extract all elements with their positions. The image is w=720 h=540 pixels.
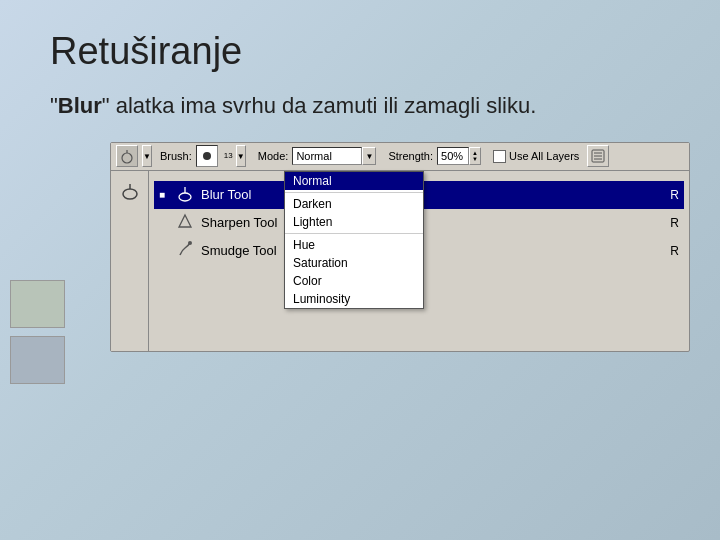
dropdown-divider-2 [285, 233, 423, 234]
panel-content: ■ Blur Tool R Sharpen Tool [149, 171, 689, 351]
mode-dropdown-menu: Normal Darken Lighten Hue Saturation Col… [284, 171, 424, 309]
mode-selector[interactable]: Normal ▼ [292, 147, 376, 165]
tool-dropdown-arrow[interactable]: ▼ [142, 145, 152, 167]
ps-panel: ▼ Brush: 13 ▼ Mode: Normal ▼ Strength: 5… [110, 142, 690, 352]
strength-selector[interactable]: 50% ▲ ▼ [437, 147, 481, 165]
tool-bullet-blur: ■ [159, 189, 169, 200]
dropdown-item-luminosity[interactable]: Luminosity [285, 290, 423, 308]
panel-body: ■ Blur Tool R Sharpen Tool [111, 171, 689, 351]
svg-point-2 [203, 152, 211, 160]
swatch-1 [10, 280, 65, 328]
brush-dropdown-arrow[interactable]: ▼ [236, 145, 246, 167]
brush-preview [196, 145, 218, 167]
swatch-2 [10, 336, 65, 384]
mode-field[interactable]: Normal [292, 147, 362, 165]
strength-field[interactable]: 50% [437, 147, 469, 165]
dropdown-item-color[interactable]: Color [285, 272, 423, 290]
page-title: Retuširanje [50, 30, 670, 73]
dropdown-item-normal[interactable]: Normal [285, 172, 423, 190]
dropdown-item-darken[interactable]: Darken [285, 195, 423, 213]
svg-point-9 [179, 193, 191, 201]
mode-label: Mode: [258, 150, 289, 162]
tool-sidebar [111, 171, 149, 351]
svg-point-7 [123, 189, 137, 199]
use-all-layers-checkbox[interactable] [493, 150, 506, 163]
strength-label: Strength: [388, 150, 433, 162]
smudge-tool-shortcut: R [670, 244, 679, 258]
description-text: "Blur" alatka ima svrhu da zamuti ili za… [50, 91, 670, 122]
main-container: Retuširanje "Blur" alatka ima svrhu da z… [0, 0, 720, 540]
blur-tool-shortcut: R [670, 188, 679, 202]
panel-options-btn[interactable] [587, 145, 609, 167]
blur-tool-name: Blur Tool [201, 187, 664, 202]
active-tool-icon [116, 145, 138, 167]
dropdown-divider-1 [285, 192, 423, 193]
smudge-tool-icon [175, 240, 195, 262]
use-all-layers-label: Use All Layers [509, 150, 579, 162]
svg-point-12 [188, 241, 192, 245]
color-swatches [10, 280, 65, 384]
brush-label: Brush: [160, 150, 192, 162]
svg-marker-11 [179, 215, 191, 227]
dropdown-item-hue[interactable]: Hue [285, 236, 423, 254]
desc-prefix: " [50, 93, 58, 118]
smudge-tool-name: Smudge Tool [201, 243, 664, 258]
mode-dropdown-arrow[interactable]: ▼ [362, 147, 376, 165]
sharpen-tool-shortcut: R [670, 216, 679, 230]
desc-bold: Blur [58, 93, 102, 118]
use-all-layers-area[interactable]: Use All Layers [493, 150, 579, 163]
svg-point-0 [122, 153, 132, 163]
strength-arrows[interactable]: ▲ ▼ [469, 147, 481, 165]
desc-suffix: " alatka ima svrhu da zamuti ili zamagli… [102, 93, 537, 118]
tool-btn-blur[interactable] [116, 176, 144, 204]
dropdown-item-saturation[interactable]: Saturation [285, 254, 423, 272]
dropdown-item-lighten[interactable]: Lighten [285, 213, 423, 231]
sharpen-tool-name: Sharpen Tool [201, 215, 664, 230]
toolbar-strip: ▼ Brush: 13 ▼ Mode: Normal ▼ Strength: 5… [111, 143, 689, 171]
sharpen-tool-icon [175, 212, 195, 234]
brush-size: 13 [224, 152, 232, 160]
blur-tool-icon [175, 184, 195, 206]
